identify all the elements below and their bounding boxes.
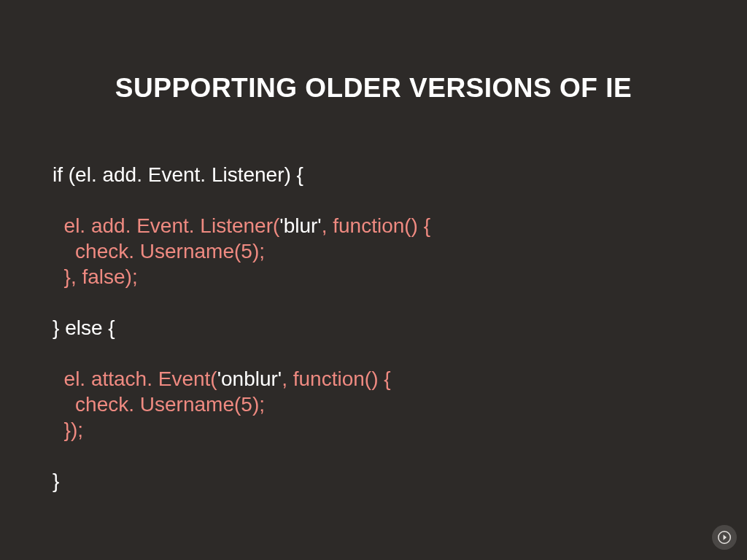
slide-title: SUPPORTING OLDER VERSIONS OF IE	[0, 73, 747, 104]
arrow-right-icon	[718, 531, 731, 544]
code-line: el. attach. Event(	[53, 368, 217, 390]
code-line: , function() {	[282, 368, 390, 390]
code-line: 'blur'	[279, 214, 321, 237]
code-line: 'onblur'	[217, 368, 282, 390]
code-line: check. Username(5);	[53, 393, 265, 416]
code-line: });	[53, 419, 83, 441]
next-button[interactable]	[712, 525, 737, 550]
code-line: check. Username(5);	[53, 240, 265, 262]
code-line: , function() {	[322, 214, 430, 237]
code-line: el. add. Event. Listener(	[53, 214, 279, 237]
code-line: if (el. add. Event. Listener) {	[53, 163, 303, 186]
code-line: }	[53, 470, 59, 492]
code-block: if (el. add. Event. Listener) { el. add.…	[53, 162, 430, 494]
slide: SUPPORTING OLDER VERSIONS OF IE if (el. …	[0, 0, 747, 560]
code-line: }, false);	[53, 265, 138, 288]
code-line: } else {	[53, 316, 115, 339]
